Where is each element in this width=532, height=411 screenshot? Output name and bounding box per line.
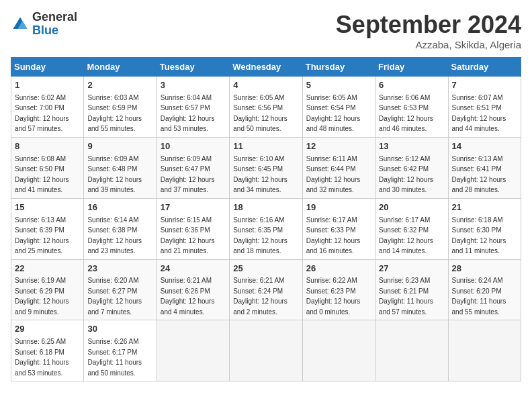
weekday-header-tuesday: Tuesday — [157, 58, 229, 77]
calendar-week-row: 15Sunrise: 6:13 AMSunset: 6:39 PMDayligh… — [11, 198, 521, 259]
day-number: 8 — [15, 140, 80, 153]
calendar-day-cell: 24Sunrise: 6:21 AMSunset: 6:26 PMDayligh… — [157, 259, 229, 320]
title-block: September 2024 Azzaba, Skikda, Algeria — [336, 11, 521, 50]
calendar-day-cell: 13Sunrise: 6:12 AMSunset: 6:42 PMDayligh… — [375, 137, 448, 198]
day-number: 20 — [379, 201, 444, 214]
day-number: 29 — [15, 323, 80, 336]
page-header: General Blue September 2024 Azzaba, Skik… — [11, 11, 521, 50]
calendar-day-cell — [302, 320, 375, 381]
calendar-day-cell: 7Sunrise: 6:07 AMSunset: 6:51 PMDaylight… — [448, 77, 521, 138]
day-number: 22 — [15, 263, 80, 275]
day-number: 16 — [87, 201, 152, 214]
day-detail: Sunrise: 6:06 AMSunset: 6:53 PMDaylight:… — [379, 94, 433, 133]
day-number: 15 — [15, 201, 80, 214]
day-number: 28 — [452, 263, 517, 275]
day-number: 18 — [233, 201, 298, 214]
day-number: 9 — [87, 140, 152, 153]
calendar-day-cell: 26Sunrise: 6:22 AMSunset: 6:23 PMDayligh… — [302, 259, 375, 320]
day-number: 19 — [306, 201, 371, 214]
day-number: 12 — [306, 140, 371, 153]
day-number: 14 — [452, 140, 517, 153]
day-detail: Sunrise: 6:02 AMSunset: 7:00 PMDaylight:… — [15, 94, 69, 133]
day-number: 25 — [233, 263, 298, 275]
day-detail: Sunrise: 6:04 AMSunset: 6:57 PMDaylight:… — [161, 94, 215, 133]
day-number: 7 — [452, 79, 517, 92]
day-number: 24 — [161, 263, 226, 275]
day-detail: Sunrise: 6:10 AMSunset: 6:45 PMDaylight:… — [233, 155, 287, 194]
day-detail: Sunrise: 6:03 AMSunset: 6:59 PMDaylight:… — [87, 94, 142, 133]
day-number: 5 — [306, 79, 371, 92]
day-number: 4 — [233, 79, 298, 92]
calendar-day-cell: 30Sunrise: 6:26 AMSunset: 6:17 PMDayligh… — [84, 320, 157, 381]
day-detail: Sunrise: 6:11 AMSunset: 6:44 PMDaylight:… — [306, 155, 361, 194]
calendar-day-cell: 1Sunrise: 6:02 AMSunset: 7:00 PMDaylight… — [11, 77, 84, 138]
calendar-day-cell: 4Sunrise: 6:05 AMSunset: 6:56 PMDaylight… — [230, 77, 302, 138]
day-number: 26 — [306, 263, 371, 275]
day-detail: Sunrise: 6:20 AMSunset: 6:27 PMDaylight:… — [87, 277, 142, 316]
day-detail: Sunrise: 6:21 AMSunset: 6:26 PMDaylight:… — [161, 277, 215, 316]
weekday-header-row: SundayMondayTuesdayWednesdayThursdayFrid… — [11, 58, 521, 77]
calendar-week-row: 8Sunrise: 6:08 AMSunset: 6:50 PMDaylight… — [11, 137, 521, 198]
weekday-header-sunday: Sunday — [11, 58, 84, 77]
calendar-week-row: 22Sunrise: 6:19 AMSunset: 6:29 PMDayligh… — [11, 259, 521, 320]
calendar-week-row: 1Sunrise: 6:02 AMSunset: 7:00 PMDaylight… — [11, 77, 521, 138]
day-number: 21 — [452, 201, 517, 214]
day-detail: Sunrise: 6:09 AMSunset: 6:47 PMDaylight:… — [161, 155, 215, 194]
day-detail: Sunrise: 6:23 AMSunset: 6:21 PMDaylight:… — [379, 277, 433, 316]
day-detail: Sunrise: 6:09 AMSunset: 6:48 PMDaylight:… — [87, 155, 142, 194]
calendar-day-cell — [448, 320, 521, 381]
day-detail: Sunrise: 6:08 AMSunset: 6:50 PMDaylight:… — [15, 155, 69, 194]
day-detail: Sunrise: 6:17 AMSunset: 6:32 PMDaylight:… — [379, 216, 433, 255]
day-number: 27 — [379, 263, 444, 275]
calendar-day-cell: 27Sunrise: 6:23 AMSunset: 6:21 PMDayligh… — [375, 259, 448, 320]
day-detail: Sunrise: 6:22 AMSunset: 6:23 PMDaylight:… — [306, 277, 361, 316]
logo-text: General Blue — [32, 11, 77, 38]
day-detail: Sunrise: 6:19 AMSunset: 6:29 PMDaylight:… — [15, 277, 69, 316]
calendar-day-cell: 19Sunrise: 6:17 AMSunset: 6:33 PMDayligh… — [302, 198, 375, 259]
day-detail: Sunrise: 6:05 AMSunset: 6:54 PMDaylight:… — [306, 94, 361, 133]
calendar-day-cell: 2Sunrise: 6:03 AMSunset: 6:59 PMDaylight… — [84, 77, 157, 138]
day-detail: Sunrise: 6:24 AMSunset: 6:20 PMDaylight:… — [452, 277, 506, 316]
calendar-day-cell: 9Sunrise: 6:09 AMSunset: 6:48 PMDaylight… — [84, 137, 157, 198]
day-detail: Sunrise: 6:14 AMSunset: 6:38 PMDaylight:… — [87, 216, 142, 255]
day-detail: Sunrise: 6:16 AMSunset: 6:35 PMDaylight:… — [233, 216, 287, 255]
day-number: 17 — [161, 201, 226, 214]
calendar-day-cell: 8Sunrise: 6:08 AMSunset: 6:50 PMDaylight… — [11, 137, 84, 198]
calendar-day-cell — [230, 320, 302, 381]
logo: General Blue — [11, 11, 77, 38]
day-detail: Sunrise: 6:07 AMSunset: 6:51 PMDaylight:… — [452, 94, 506, 133]
day-number: 23 — [87, 263, 152, 275]
day-detail: Sunrise: 6:05 AMSunset: 6:56 PMDaylight:… — [233, 94, 287, 133]
day-number: 10 — [161, 140, 226, 153]
logo-icon — [11, 15, 30, 34]
calendar-day-cell: 15Sunrise: 6:13 AMSunset: 6:39 PMDayligh… — [11, 198, 84, 259]
calendar-day-cell: 23Sunrise: 6:20 AMSunset: 6:27 PMDayligh… — [84, 259, 157, 320]
calendar-day-cell: 28Sunrise: 6:24 AMSunset: 6:20 PMDayligh… — [448, 259, 521, 320]
day-detail: Sunrise: 6:26 AMSunset: 6:17 PMDaylight:… — [87, 338, 142, 377]
day-number: 3 — [161, 79, 226, 92]
day-number: 1 — [15, 79, 80, 92]
day-number: 30 — [87, 323, 152, 336]
day-number: 13 — [379, 140, 444, 153]
calendar-table: SundayMondayTuesdayWednesdayThursdayFrid… — [11, 57, 521, 381]
calendar-day-cell: 14Sunrise: 6:13 AMSunset: 6:41 PMDayligh… — [448, 137, 521, 198]
calendar-day-cell: 25Sunrise: 6:21 AMSunset: 6:24 PMDayligh… — [230, 259, 302, 320]
calendar-day-cell: 20Sunrise: 6:17 AMSunset: 6:32 PMDayligh… — [375, 198, 448, 259]
day-detail: Sunrise: 6:21 AMSunset: 6:24 PMDaylight:… — [233, 277, 287, 316]
calendar-day-cell: 5Sunrise: 6:05 AMSunset: 6:54 PMDaylight… — [302, 77, 375, 138]
location-subtitle: Azzaba, Skikda, Algeria — [336, 39, 521, 50]
weekday-header-thursday: Thursday — [302, 58, 375, 77]
day-detail: Sunrise: 6:25 AMSunset: 6:18 PMDaylight:… — [15, 338, 69, 377]
weekday-header-friday: Friday — [375, 58, 448, 77]
calendar-day-cell: 18Sunrise: 6:16 AMSunset: 6:35 PMDayligh… — [230, 198, 302, 259]
day-number: 2 — [87, 79, 152, 92]
calendar-day-cell: 29Sunrise: 6:25 AMSunset: 6:18 PMDayligh… — [11, 320, 84, 381]
calendar-day-cell: 10Sunrise: 6:09 AMSunset: 6:47 PMDayligh… — [157, 137, 229, 198]
weekday-header-wednesday: Wednesday — [230, 58, 302, 77]
day-detail: Sunrise: 6:18 AMSunset: 6:30 PMDaylight:… — [452, 216, 506, 255]
calendar-week-row: 29Sunrise: 6:25 AMSunset: 6:18 PMDayligh… — [11, 320, 521, 381]
calendar-day-cell: 17Sunrise: 6:15 AMSunset: 6:36 PMDayligh… — [157, 198, 229, 259]
calendar-day-cell: 12Sunrise: 6:11 AMSunset: 6:44 PMDayligh… — [302, 137, 375, 198]
month-title: September 2024 — [336, 11, 521, 39]
weekday-header-saturday: Saturday — [448, 58, 521, 77]
